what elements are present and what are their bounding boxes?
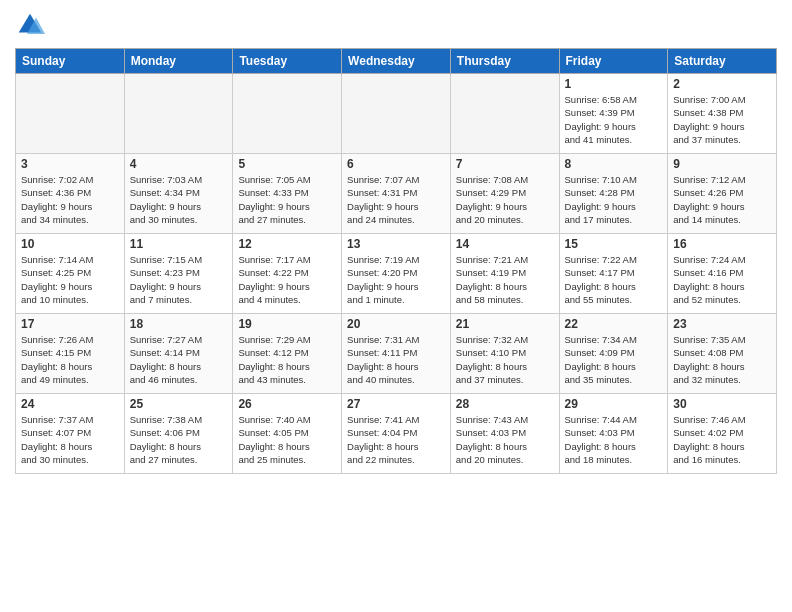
day-number: 15 bbox=[565, 237, 663, 251]
calendar-cell: 22Sunrise: 7:34 AMSunset: 4:09 PMDayligh… bbox=[559, 314, 668, 394]
day-number: 26 bbox=[238, 397, 336, 411]
calendar-cell: 15Sunrise: 7:22 AMSunset: 4:17 PMDayligh… bbox=[559, 234, 668, 314]
col-header-sunday: Sunday bbox=[16, 49, 125, 74]
calendar-week-1: 3Sunrise: 7:02 AMSunset: 4:36 PMDaylight… bbox=[16, 154, 777, 234]
col-header-saturday: Saturday bbox=[668, 49, 777, 74]
day-info: Sunrise: 6:58 AMSunset: 4:39 PMDaylight:… bbox=[565, 93, 663, 146]
day-info: Sunrise: 7:02 AMSunset: 4:36 PMDaylight:… bbox=[21, 173, 119, 226]
day-number: 4 bbox=[130, 157, 228, 171]
calendar-cell: 27Sunrise: 7:41 AMSunset: 4:04 PMDayligh… bbox=[342, 394, 451, 474]
day-number: 20 bbox=[347, 317, 445, 331]
calendar-cell: 16Sunrise: 7:24 AMSunset: 4:16 PMDayligh… bbox=[668, 234, 777, 314]
day-info: Sunrise: 7:37 AMSunset: 4:07 PMDaylight:… bbox=[21, 413, 119, 466]
day-number: 9 bbox=[673, 157, 771, 171]
logo-icon bbox=[15, 10, 45, 40]
day-info: Sunrise: 7:17 AMSunset: 4:22 PMDaylight:… bbox=[238, 253, 336, 306]
calendar-cell: 4Sunrise: 7:03 AMSunset: 4:34 PMDaylight… bbox=[124, 154, 233, 234]
col-header-thursday: Thursday bbox=[450, 49, 559, 74]
logo bbox=[15, 10, 47, 40]
calendar-cell bbox=[342, 74, 451, 154]
col-header-monday: Monday bbox=[124, 49, 233, 74]
calendar-cell: 12Sunrise: 7:17 AMSunset: 4:22 PMDayligh… bbox=[233, 234, 342, 314]
day-number: 25 bbox=[130, 397, 228, 411]
calendar-cell: 3Sunrise: 7:02 AMSunset: 4:36 PMDaylight… bbox=[16, 154, 125, 234]
day-number: 24 bbox=[21, 397, 119, 411]
day-number: 14 bbox=[456, 237, 554, 251]
calendar-week-2: 10Sunrise: 7:14 AMSunset: 4:25 PMDayligh… bbox=[16, 234, 777, 314]
day-number: 16 bbox=[673, 237, 771, 251]
day-info: Sunrise: 7:38 AMSunset: 4:06 PMDaylight:… bbox=[130, 413, 228, 466]
day-info: Sunrise: 7:10 AMSunset: 4:28 PMDaylight:… bbox=[565, 173, 663, 226]
col-header-tuesday: Tuesday bbox=[233, 49, 342, 74]
calendar-cell bbox=[233, 74, 342, 154]
page: SundayMondayTuesdayWednesdayThursdayFrid… bbox=[0, 0, 792, 612]
day-number: 28 bbox=[456, 397, 554, 411]
calendar-week-0: 1Sunrise: 6:58 AMSunset: 4:39 PMDaylight… bbox=[16, 74, 777, 154]
calendar-cell: 14Sunrise: 7:21 AMSunset: 4:19 PMDayligh… bbox=[450, 234, 559, 314]
calendar-cell: 10Sunrise: 7:14 AMSunset: 4:25 PMDayligh… bbox=[16, 234, 125, 314]
day-number: 23 bbox=[673, 317, 771, 331]
day-number: 29 bbox=[565, 397, 663, 411]
calendar-cell: 28Sunrise: 7:43 AMSunset: 4:03 PMDayligh… bbox=[450, 394, 559, 474]
calendar-cell: 25Sunrise: 7:38 AMSunset: 4:06 PMDayligh… bbox=[124, 394, 233, 474]
day-info: Sunrise: 7:35 AMSunset: 4:08 PMDaylight:… bbox=[673, 333, 771, 386]
header bbox=[15, 10, 777, 40]
calendar-cell: 18Sunrise: 7:27 AMSunset: 4:14 PMDayligh… bbox=[124, 314, 233, 394]
day-number: 17 bbox=[21, 317, 119, 331]
day-info: Sunrise: 7:22 AMSunset: 4:17 PMDaylight:… bbox=[565, 253, 663, 306]
day-number: 3 bbox=[21, 157, 119, 171]
calendar-cell: 9Sunrise: 7:12 AMSunset: 4:26 PMDaylight… bbox=[668, 154, 777, 234]
day-number: 8 bbox=[565, 157, 663, 171]
day-number: 22 bbox=[565, 317, 663, 331]
day-number: 21 bbox=[456, 317, 554, 331]
col-header-wednesday: Wednesday bbox=[342, 49, 451, 74]
calendar-week-3: 17Sunrise: 7:26 AMSunset: 4:15 PMDayligh… bbox=[16, 314, 777, 394]
day-info: Sunrise: 7:12 AMSunset: 4:26 PMDaylight:… bbox=[673, 173, 771, 226]
calendar-cell: 7Sunrise: 7:08 AMSunset: 4:29 PMDaylight… bbox=[450, 154, 559, 234]
calendar-cell: 29Sunrise: 7:44 AMSunset: 4:03 PMDayligh… bbox=[559, 394, 668, 474]
day-info: Sunrise: 7:34 AMSunset: 4:09 PMDaylight:… bbox=[565, 333, 663, 386]
day-info: Sunrise: 7:05 AMSunset: 4:33 PMDaylight:… bbox=[238, 173, 336, 226]
day-info: Sunrise: 7:00 AMSunset: 4:38 PMDaylight:… bbox=[673, 93, 771, 146]
day-number: 30 bbox=[673, 397, 771, 411]
day-info: Sunrise: 7:46 AMSunset: 4:02 PMDaylight:… bbox=[673, 413, 771, 466]
calendar-cell: 21Sunrise: 7:32 AMSunset: 4:10 PMDayligh… bbox=[450, 314, 559, 394]
day-info: Sunrise: 7:40 AMSunset: 4:05 PMDaylight:… bbox=[238, 413, 336, 466]
calendar-header-row: SundayMondayTuesdayWednesdayThursdayFrid… bbox=[16, 49, 777, 74]
day-number: 13 bbox=[347, 237, 445, 251]
day-info: Sunrise: 7:41 AMSunset: 4:04 PMDaylight:… bbox=[347, 413, 445, 466]
day-number: 11 bbox=[130, 237, 228, 251]
day-info: Sunrise: 7:19 AMSunset: 4:20 PMDaylight:… bbox=[347, 253, 445, 306]
calendar-table: SundayMondayTuesdayWednesdayThursdayFrid… bbox=[15, 48, 777, 474]
day-number: 2 bbox=[673, 77, 771, 91]
day-info: Sunrise: 7:15 AMSunset: 4:23 PMDaylight:… bbox=[130, 253, 228, 306]
day-info: Sunrise: 7:08 AMSunset: 4:29 PMDaylight:… bbox=[456, 173, 554, 226]
day-info: Sunrise: 7:27 AMSunset: 4:14 PMDaylight:… bbox=[130, 333, 228, 386]
calendar-cell: 17Sunrise: 7:26 AMSunset: 4:15 PMDayligh… bbox=[16, 314, 125, 394]
day-number: 10 bbox=[21, 237, 119, 251]
calendar-cell: 8Sunrise: 7:10 AMSunset: 4:28 PMDaylight… bbox=[559, 154, 668, 234]
day-number: 27 bbox=[347, 397, 445, 411]
calendar-week-4: 24Sunrise: 7:37 AMSunset: 4:07 PMDayligh… bbox=[16, 394, 777, 474]
calendar-cell: 30Sunrise: 7:46 AMSunset: 4:02 PMDayligh… bbox=[668, 394, 777, 474]
day-number: 5 bbox=[238, 157, 336, 171]
calendar-cell bbox=[450, 74, 559, 154]
day-number: 12 bbox=[238, 237, 336, 251]
day-info: Sunrise: 7:31 AMSunset: 4:11 PMDaylight:… bbox=[347, 333, 445, 386]
calendar-cell: 26Sunrise: 7:40 AMSunset: 4:05 PMDayligh… bbox=[233, 394, 342, 474]
calendar-cell bbox=[124, 74, 233, 154]
calendar-cell: 23Sunrise: 7:35 AMSunset: 4:08 PMDayligh… bbox=[668, 314, 777, 394]
calendar-cell: 20Sunrise: 7:31 AMSunset: 4:11 PMDayligh… bbox=[342, 314, 451, 394]
calendar-cell: 19Sunrise: 7:29 AMSunset: 4:12 PMDayligh… bbox=[233, 314, 342, 394]
calendar-cell: 5Sunrise: 7:05 AMSunset: 4:33 PMDaylight… bbox=[233, 154, 342, 234]
day-info: Sunrise: 7:26 AMSunset: 4:15 PMDaylight:… bbox=[21, 333, 119, 386]
calendar-cell bbox=[16, 74, 125, 154]
day-info: Sunrise: 7:43 AMSunset: 4:03 PMDaylight:… bbox=[456, 413, 554, 466]
day-info: Sunrise: 7:24 AMSunset: 4:16 PMDaylight:… bbox=[673, 253, 771, 306]
day-number: 7 bbox=[456, 157, 554, 171]
calendar-cell: 2Sunrise: 7:00 AMSunset: 4:38 PMDaylight… bbox=[668, 74, 777, 154]
day-info: Sunrise: 7:21 AMSunset: 4:19 PMDaylight:… bbox=[456, 253, 554, 306]
calendar-cell: 11Sunrise: 7:15 AMSunset: 4:23 PMDayligh… bbox=[124, 234, 233, 314]
day-info: Sunrise: 7:44 AMSunset: 4:03 PMDaylight:… bbox=[565, 413, 663, 466]
calendar-cell: 13Sunrise: 7:19 AMSunset: 4:20 PMDayligh… bbox=[342, 234, 451, 314]
